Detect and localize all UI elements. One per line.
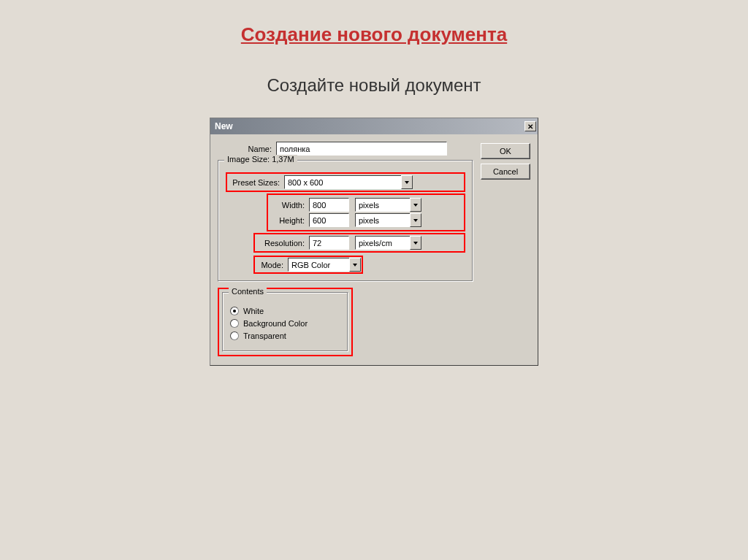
preset-value[interactable]	[284, 175, 401, 189]
radio-white[interactable]: White	[230, 307, 340, 315]
radio-icon	[230, 331, 239, 340]
width-label: Width:	[270, 201, 305, 210]
height-unit-value[interactable]	[355, 213, 410, 227]
width-unit-dropdown-button[interactable]	[410, 198, 421, 212]
close-button[interactable]: ✕	[524, 121, 536, 131]
contents-group: Contents White Background Color Transpar…	[222, 292, 348, 352]
width-input[interactable]	[309, 198, 349, 212]
radio-white-label: White	[243, 307, 264, 315]
chevron-down-icon	[413, 242, 418, 245]
resolution-label: Resolution:	[256, 239, 305, 248]
resolution-unit-combo[interactable]	[355, 236, 421, 250]
image-size-group: Image Size: 1,37M Preset Sizes:	[218, 160, 473, 282]
mode-dropdown-button[interactable]	[349, 258, 361, 272]
radio-bg-label: Background Color	[243, 319, 308, 328]
new-document-dialog: New ✕ Name: Image Size: 1,37M Pres	[210, 118, 538, 366]
radio-transparent[interactable]: Transparent	[230, 331, 340, 340]
height-unit-combo[interactable]	[355, 213, 421, 227]
radio-icon	[230, 307, 239, 315]
radio-transparent-label: Transparent	[243, 331, 286, 340]
close-icon: ✕	[527, 123, 533, 131]
image-size-group-title: Image Size: 1,37M	[224, 155, 297, 164]
resolution-unit-value[interactable]	[355, 236, 410, 250]
radio-background-color[interactable]: Background Color	[230, 319, 340, 328]
chevron-down-icon	[413, 204, 418, 207]
mode-value[interactable]	[288, 258, 349, 272]
height-input[interactable]	[309, 213, 349, 227]
height-label: Height:	[270, 216, 305, 225]
chevron-down-icon	[405, 181, 409, 184]
preset-dropdown-button[interactable]	[401, 175, 413, 189]
dialog-title: New	[215, 121, 233, 131]
preset-label: Preset Sizes:	[229, 178, 280, 187]
chevron-down-icon	[413, 219, 418, 222]
width-unit-combo[interactable]	[355, 198, 421, 212]
page-title: Создание нового документа	[0, 0, 748, 46]
chevron-down-icon	[353, 264, 357, 266]
ok-button[interactable]: OK	[481, 143, 530, 159]
height-unit-dropdown-button[interactable]	[410, 213, 421, 227]
radio-icon	[230, 319, 239, 328]
preset-combo[interactable]	[284, 175, 413, 189]
page-subtitle: Создайте новый документ	[0, 46, 748, 96]
width-unit-value[interactable]	[355, 198, 410, 212]
resolution-input[interactable]	[309, 236, 349, 250]
dialog-titlebar: New ✕	[210, 118, 538, 134]
resolution-unit-dropdown-button[interactable]	[410, 236, 421, 250]
contents-group-title: Contents	[229, 287, 267, 296]
name-label: Name:	[240, 145, 272, 153]
mode-combo[interactable]	[288, 258, 361, 272]
name-input[interactable]	[276, 142, 447, 156]
mode-label: Mode:	[256, 261, 283, 269]
cancel-button[interactable]: Cancel	[481, 164, 530, 180]
